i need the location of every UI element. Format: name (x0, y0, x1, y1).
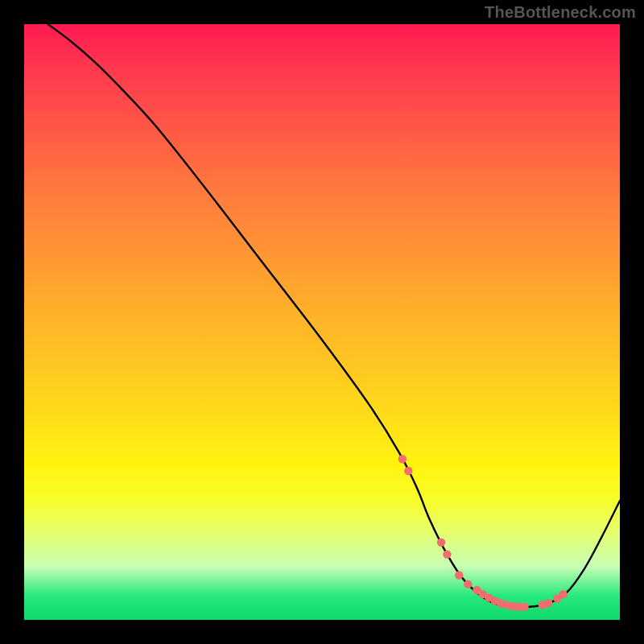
highlight-marker (404, 467, 412, 475)
highlight-marker (464, 580, 472, 588)
highlight-marker (437, 539, 445, 547)
highlight-markers-group (398, 455, 568, 611)
chart-svg (24, 24, 620, 620)
highlight-marker (443, 550, 451, 558)
bottleneck-curve (48, 24, 620, 608)
highlight-marker (544, 599, 552, 607)
chart-root: TheBottleneck.com (0, 0, 644, 644)
attribution-text: TheBottleneck.com (485, 3, 636, 22)
highlight-marker (455, 571, 463, 579)
highlight-marker (520, 603, 528, 611)
highlight-marker (559, 590, 568, 598)
highlight-marker (398, 455, 407, 463)
